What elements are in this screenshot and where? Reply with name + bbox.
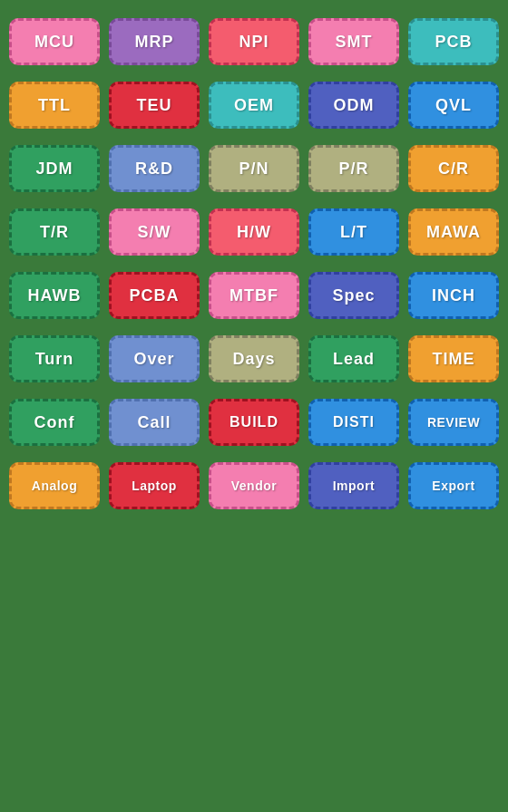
badge-label: REVIEW <box>427 415 480 430</box>
badge-label: TEU <box>137 96 172 115</box>
badge-item: Analog <box>9 462 100 509</box>
badge-label: Lead <box>333 350 375 369</box>
badge-label: MRP <box>135 33 174 52</box>
badge-item: OEM <box>209 82 299 129</box>
badge-label: Turn <box>35 350 74 369</box>
badge-item: Import <box>308 462 399 509</box>
badge-label: Vendor <box>231 478 277 493</box>
badge-item: BUILD <box>209 399 299 446</box>
badge-item: P/R <box>308 145 399 192</box>
badge-label: Import <box>333 478 376 493</box>
badge-label: BUILD <box>230 414 278 430</box>
badge-label: MAWA <box>426 223 481 242</box>
badge-item: R&D <box>109 145 200 192</box>
badge-item: HAWB <box>9 272 100 319</box>
badge-item: P/N <box>209 145 299 192</box>
badge-label: TIME <box>433 350 475 369</box>
badge-item: T/R <box>9 208 100 256</box>
badge-item: Spec <box>308 272 399 319</box>
badge-label: Call <box>137 413 171 432</box>
badge-label: MTBF <box>230 286 278 305</box>
badge-item: ODM <box>308 82 399 129</box>
badge-label: Analog <box>32 478 77 493</box>
badge-label: Spec <box>332 286 375 305</box>
badge-item: Lead <box>308 335 399 382</box>
badge-label: Conf <box>34 413 75 432</box>
badge-label: MCU <box>34 33 74 52</box>
badge-label: Over <box>133 350 174 369</box>
badge-item: Laptop <box>109 462 200 509</box>
badge-label: C/R <box>438 160 469 179</box>
badge-item: H/W <box>209 208 299 256</box>
badge-item: SMT <box>308 18 399 65</box>
badge-label: R&D <box>135 160 173 179</box>
badge-label: Export <box>432 478 474 493</box>
badge-item: C/R <box>408 145 499 192</box>
badge-label: DISTI <box>333 414 375 430</box>
badge-label: NPI <box>239 33 269 52</box>
badge-item: Vendor <box>209 462 299 509</box>
badge-grid: MCUMRPNPISMTPCBTTLTEUOEMODMQVLJDMR&DP/NP… <box>9 18 499 509</box>
badge-item: PCB <box>408 18 499 65</box>
badge-item: Conf <box>9 399 100 446</box>
badge-item: L/T <box>308 208 399 256</box>
badge-item: TEU <box>109 82 200 129</box>
badge-item: TTL <box>9 82 100 129</box>
badge-item: S/W <box>109 208 200 256</box>
badge-label: JDM <box>35 160 73 179</box>
badge-item: MCU <box>9 18 100 65</box>
badge-label: T/R <box>40 223 69 242</box>
badge-label: Laptop <box>132 478 177 493</box>
badge-label: P/N <box>239 160 269 179</box>
badge-item: QVL <box>408 82 499 129</box>
badge-label: INCH <box>432 286 475 305</box>
badge-item: Over <box>109 335 200 382</box>
badge-item: Call <box>109 399 200 446</box>
badge-item: MRP <box>109 18 200 65</box>
badge-item: TIME <box>408 335 499 382</box>
badge-label: QVL <box>435 96 472 115</box>
badge-label: L/T <box>340 223 367 242</box>
badge-label: SMT <box>336 33 373 52</box>
badge-item: JDM <box>9 145 100 192</box>
badge-label: H/W <box>237 223 271 242</box>
badge-label: ODM <box>334 96 375 115</box>
badge-label: PCB <box>435 33 472 52</box>
badge-item: PCBA <box>109 272 200 319</box>
badge-label: Days <box>232 350 275 369</box>
badge-item: REVIEW <box>408 399 499 446</box>
badge-label: OEM <box>234 96 274 115</box>
badge-item: INCH <box>408 272 499 319</box>
badge-item: Turn <box>9 335 100 382</box>
badge-label: TTL <box>38 96 71 115</box>
badge-label: P/R <box>338 160 368 179</box>
badge-label: HAWB <box>28 286 82 305</box>
badge-item: MTBF <box>209 272 299 319</box>
badge-label: PCBA <box>129 286 179 305</box>
badge-item: Days <box>209 335 299 382</box>
badge-label: S/W <box>138 223 171 242</box>
badge-item: NPI <box>209 18 299 65</box>
badge-item: DISTI <box>308 399 399 446</box>
badge-item: MAWA <box>408 208 499 256</box>
badge-item: Export <box>408 462 499 509</box>
